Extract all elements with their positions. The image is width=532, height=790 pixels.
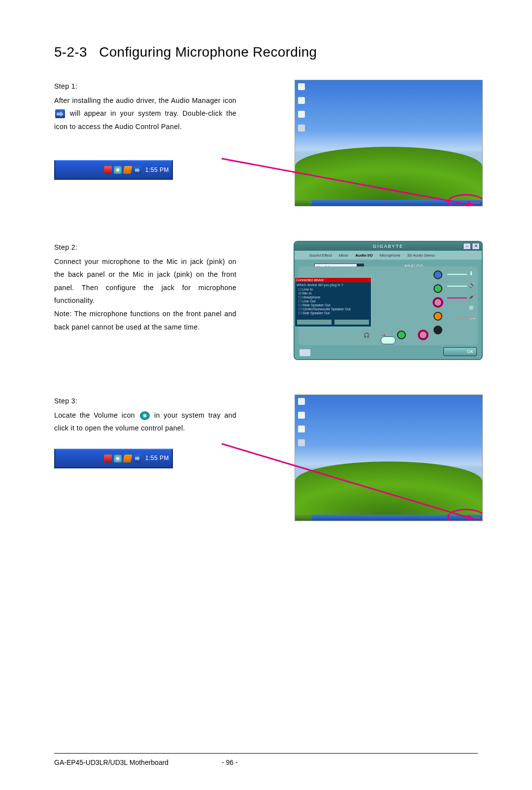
recycle-bin-icon [298,125,305,132]
headphone-icon: 🎧 [364,332,369,338]
mic-icon: 🎤 [469,293,476,299]
tab-3d-audio: 3D Audio Demo [407,253,435,258]
tab-sound-effect: Sound Effect [309,253,332,258]
taskbar [295,515,482,521]
popup-header: Connected device : [295,278,371,282]
audio-control-panel: GIGABYTE – ✕ Sound Effect Mixer Audio I/… [294,241,483,360]
tray-time: 1:55 PM [145,453,169,464]
popup-device-list: Line In Mic In Headphone Line Out Rear S… [297,288,369,317]
jack-rear [433,326,442,334]
popup-item: Line Out [299,299,369,303]
jack-line-out [433,284,442,293]
tab-audio-io: Audio I/O [355,253,373,258]
desktop-screenshot-1 [295,80,483,206]
audio-manager-icon [55,109,65,118]
play-button-icon [381,336,396,344]
step2-block: Step 2: Connect your microphone to the M… [54,241,483,360]
desktop-screenshot-2 [295,395,483,521]
start-button [295,200,312,206]
system-tray-closeup-2: 1:55 PM [54,449,173,468]
tray-area [453,200,480,205]
popup-item: Headphone [299,296,369,299]
jack-mic-in [433,298,442,307]
step1-text-b: will appear in your system tray. Double-… [54,109,236,131]
footer-page: - 96 - [222,758,238,766]
popup-question: Which device did you plug in ? [297,283,369,287]
desktop-icon [298,111,305,118]
front-panel-jacks: 🎧 → [364,330,428,339]
popup-cancel [334,319,369,325]
step3-body: Locate the Volume icon in your system tr… [54,409,236,435]
tray-icon-3 [123,166,132,174]
tray-audio-manager-icon [133,455,141,462]
panel-ok-button: OK [443,347,477,356]
footer-product: GA-EP45-UD3LR/UD3L Motherboard [54,758,168,766]
jack-arrow [447,274,467,275]
desktop-icon [298,83,305,90]
volume-icon [140,411,150,420]
desktop-icon [298,97,305,104]
close-icon: ✕ [472,243,480,250]
popup-item: Line In [299,288,369,292]
minimize-icon: – [463,243,471,250]
taskbar [295,200,482,206]
section-number: 5-2-3 [54,44,87,60]
front-jack-mic [419,330,428,339]
section-heading: 5-2-3 Configuring Microphone Recording [54,44,483,60]
jack-center [433,312,442,321]
step2-para1: Connect your microphone to the Mic in ja… [54,255,236,307]
popup-item: Rear Speaker Out [299,303,369,307]
step3-label: Step 3: [54,395,236,408]
page-footer: GA-EP45-UD3LR/UD3L Motherboard - 96 - [54,753,478,766]
tray-volume-icon [114,166,122,174]
digital-label: DIGITAL [456,316,474,320]
back-panel-jacks [433,270,442,334]
jack-arrow [447,286,467,287]
desktop-icons [298,83,305,132]
tray-time: 1:55 PM [145,165,169,176]
tray-audio-manager-icon [133,166,141,174]
tray-volume-icon [114,455,122,462]
desktop-icon [298,426,305,432]
popup-ok [297,319,332,325]
step1-block: Step 1: After installing the audio drive… [54,80,483,206]
step3-text-a: Locate the Volume icon [54,411,139,419]
jack-line-in [433,270,442,279]
line-in-icon: ⬇ [469,270,476,277]
tray-icon-1 [104,166,112,174]
panel-tabs: Sound Effect Mixer Audio I/O Microphone … [295,251,482,260]
step1-label: Step 1: [54,80,236,93]
popup-item-checked: Mic In [299,292,369,296]
step1-text-a: After installing the audio driver, the A… [54,97,236,104]
popup-item: Side Speaker Out [299,311,369,315]
step3-block: Step 3: Locate the Volume icon in your s… [54,395,483,521]
tray-icon-1 [104,455,112,462]
window-buttons: – ✕ [463,243,480,250]
desktop-icon [298,398,305,405]
jack-arrow-mic [447,297,467,298]
start-button [295,515,312,521]
system-tray-closeup: 1:55 PM [54,160,173,180]
popup-item: Center/Subwoofer Speaker Out [299,307,369,311]
tray-area [453,515,480,520]
tray-icon-3 [123,455,132,462]
tab-microphone: Microphone [380,253,400,258]
step2-label: Step 2: [54,241,236,254]
speaker-icon: 🔊 [469,282,476,288]
tab-mixer: Mixer [339,253,349,258]
vendor-logo [299,349,310,356]
recycle-bin-icon [298,439,305,446]
panel-title: GIGABYTE [373,244,403,249]
step1-body: After installing the audio driver, the A… [54,94,236,133]
step2-para2: Note: The microphone functions on the fr… [54,307,236,333]
desktop-icons [298,398,305,446]
jack-icon-column: ⬇ 🔊 🎤 ⊞ ~~ [469,270,476,322]
front-jack-hp [397,330,406,339]
device-popup: Connected device : Which device did you … [295,277,371,327]
section-title-text: Configuring Microphone Recording [99,44,317,60]
desktop-icon [298,412,305,419]
speaker2-icon: ⊞ [469,304,476,311]
